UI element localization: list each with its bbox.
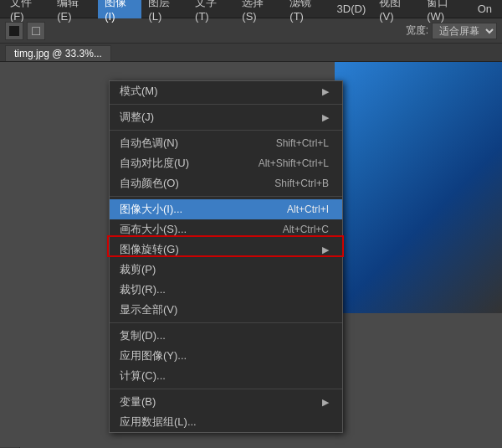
main-area: 模式(M) ▶ 调整(J) ▶ 自动色调(N) Shift+Ctrl+L 自动对… [0,62,502,447]
menu-item-mode-arrow: ▶ [322,86,329,97]
menu-item-variables-arrow: ▶ [322,397,329,408]
menu-item-show-all[interactable]: 显示全部(V) [110,300,342,320]
menu-item-variables-label: 变量(B) [120,394,156,409]
menubar-edit[interactable]: 编辑(E) [50,0,98,18]
menu-item-duplicate[interactable]: 复制(D)... [110,326,342,346]
menubar-window[interactable]: 窗口(W) [420,0,470,18]
menu-item-calculations-label: 计算(C)... [120,368,166,384]
menubar-text[interactable]: 文字(T) [188,0,235,18]
menu-item-auto-tone-label: 自动色调(N) [120,136,178,151]
menu-item-auto-contrast[interactable]: 自动对比度(U) Alt+Shift+Ctrl+L [110,153,342,173]
menu-item-mode[interactable]: 模式(M) ▶ [110,81,342,101]
menubar-3d[interactable]: 3D(D) [330,0,373,18]
menu-item-auto-color[interactable]: 自动颜色(O) Shift+Ctrl+B [110,173,342,193]
menu-item-apply-data-label: 应用数据组(L)... [120,415,197,430]
separator-5 [110,389,342,389]
menubar-image[interactable]: 图像(I) [98,0,141,18]
menu-item-apply-image-label: 应用图像(Y)... [120,348,187,363]
menubar-view[interactable]: 视图(V) [372,0,420,18]
menu-item-image-size-label: 图像大小(I)... [120,202,182,217]
menu-item-canvas-size[interactable]: 画布大小(S)... Alt+Ctrl+C [110,219,342,239]
menubar-help[interactable]: On [471,0,499,18]
menu-item-canvas-size-label: 画布大小(S)... [120,222,187,237]
menu-item-image-size-shortcut: Alt+Ctrl+I [287,203,329,215]
menu-item-crop[interactable]: 裁剪(P) [110,260,342,280]
menu-item-rotate-label: 图像旋转(G) [120,242,179,257]
menu-item-adjust-arrow: ▶ [322,112,329,123]
tab-timg[interactable]: timg.jpg @ 33.3%... [5,45,111,61]
menu-item-auto-contrast-label: 自动对比度(U) [120,156,189,171]
menubar-filter[interactable]: 滤镜(T) [283,0,330,18]
menu-item-auto-color-shortcut: Shift+Ctrl+B [274,178,329,189]
menu-item-apply-data[interactable]: 应用数据组(L)... [110,412,342,432]
toolbar-square-btn[interactable] [5,22,23,40]
menu-item-auto-tone[interactable]: 自动色调(N) Shift+Ctrl+L [110,133,342,153]
menu-item-trim[interactable]: 裁切(R)... [110,280,342,300]
zoom-select[interactable]: 适合屏幕 [432,23,497,39]
menubar-file[interactable]: 文件(F) [3,0,50,18]
menu-item-trim-label: 裁切(R)... [120,282,166,297]
menu-item-calculations[interactable]: 计算(C)... [110,366,342,386]
tabbar: timg.jpg @ 33.3%... [0,44,502,62]
separator-1 [110,104,342,105]
zoom-label: 宽度: [406,23,428,38]
separator-3 [110,196,342,197]
menu-item-adjust[interactable]: 调整(J) ▶ [110,107,342,127]
toolbar-btn-2[interactable]: □ [27,22,45,40]
menu-item-variables[interactable]: 变量(B) ▶ [110,392,342,412]
separator-2 [110,130,342,131]
menu-item-image-size[interactable]: 图像大小(I)... Alt+Ctrl+I [110,199,342,219]
menu-item-duplicate-label: 复制(D)... [120,328,166,343]
black-square-icon [9,26,19,36]
menu-item-rotate[interactable]: 图像旋转(G) ▶ [110,239,342,260]
menu-item-rotate-arrow: ▶ [322,245,329,255]
menubar-select[interactable]: 选择(S) [235,0,283,18]
image-menu-dropdown: 模式(M) ▶ 调整(J) ▶ 自动色调(N) Shift+Ctrl+L 自动对… [109,80,343,433]
menubar: 文件(F) 编辑(E) 图像(I) 图层(L) 文字(T) 选择(S) 滤镜(T… [0,0,502,18]
menu-item-mode-label: 模式(M) [120,84,158,99]
menu-item-apply-image[interactable]: 应用图像(Y)... [110,346,342,366]
menu-item-canvas-size-shortcut: Alt+Ctrl+C [283,224,329,235]
menu-item-crop-label: 裁剪(P) [120,262,156,277]
menubar-layer[interactable]: 图层(L) [141,0,188,18]
canvas-preview [335,62,502,313]
menu-item-auto-color-label: 自动颜色(O) [120,176,179,191]
menu-item-auto-contrast-shortcut: Alt+Shift+Ctrl+L [259,157,329,169]
menu-item-auto-tone-shortcut: Shift+Ctrl+L [276,137,329,149]
menu-item-show-all-label: 显示全部(V) [120,302,177,317]
menu-item-adjust-label: 调整(J) [120,110,154,125]
separator-4 [110,322,342,323]
